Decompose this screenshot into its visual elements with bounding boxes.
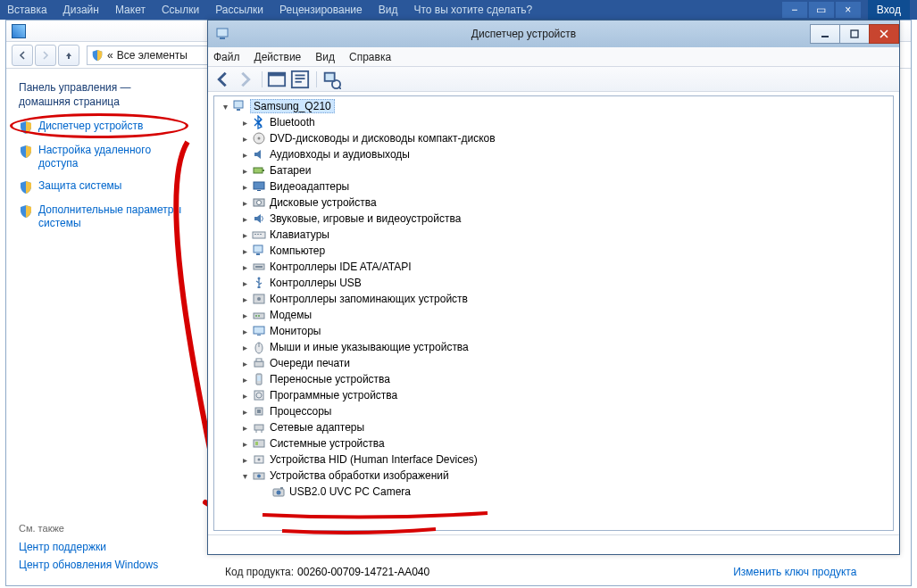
- expand-icon[interactable]: ▸: [239, 261, 250, 272]
- sidebar-link-advanced[interactable]: Дополнительные параметры системы: [19, 203, 189, 230]
- svg-rect-30: [255, 266, 263, 268]
- expand-icon[interactable]: ▸: [239, 277, 250, 288]
- word-ribbon: Вставка Дизайн Макет Ссылки Рассылки Рец…: [0, 0, 917, 20]
- minimize-button[interactable]: [810, 24, 840, 44]
- tree-category[interactable]: ▸Видеоадаптеры: [214, 178, 893, 195]
- expand-icon[interactable]: ▸: [239, 310, 250, 320]
- tree-category[interactable]: ▸Процессоры: [214, 403, 893, 419]
- tree-category[interactable]: ▸Контроллеры запоминающих устройств: [214, 291, 893, 307]
- expand-icon[interactable]: ▸: [239, 358, 250, 369]
- ribbon-tab[interactable]: Дизайн: [63, 4, 99, 16]
- expand-icon[interactable]: ▸: [239, 245, 250, 256]
- shield-icon: [91, 49, 104, 62]
- up-button[interactable]: [58, 45, 79, 66]
- expand-icon[interactable]: ▸: [239, 229, 250, 240]
- sidebar-link-protection[interactable]: Защита системы: [19, 179, 189, 195]
- expand-icon[interactable]: ▸: [239, 165, 250, 176]
- ribbon-tab[interactable]: Макет: [115, 4, 146, 16]
- tb-view-icon[interactable]: [266, 70, 288, 89]
- expand-icon[interactable]: ▸: [239, 374, 250, 385]
- expand-icon[interactable]: ▸: [239, 390, 250, 401]
- audio-icon: [252, 147, 266, 161]
- modem-icon: [252, 308, 266, 322]
- tree-category[interactable]: ▸Компьютер: [214, 243, 893, 259]
- expand-icon[interactable]: ▸: [239, 438, 250, 449]
- tree-category[interactable]: ▸DVD-дисководы и дисководы компакт-диско…: [214, 130, 893, 146]
- keyboard-icon: [252, 228, 266, 242]
- expand-icon[interactable]: ▸: [239, 326, 250, 336]
- tree-category[interactable]: ▸Контроллеры IDE ATA/ATAPI: [214, 259, 893, 275]
- windows-update-link[interactable]: Центр обновления Windows: [19, 559, 189, 571]
- sidebar-link-device-manager[interactable]: Диспетчер устройств: [19, 120, 189, 135]
- expand-icon[interactable]: ▸: [239, 294, 250, 304]
- ribbon-tab[interactable]: Ссылки: [162, 4, 199, 16]
- svg-rect-23: [253, 232, 265, 238]
- collapse-icon[interactable]: ▾: [220, 101, 230, 112]
- ribbon-btn[interactable]: −: [782, 2, 807, 18]
- device-tree[interactable]: ▾Samsung_Q210▸Bluetooth▸DVD-дисководы и …: [213, 95, 894, 531]
- tree-category[interactable]: ▸Системные устройства: [214, 435, 893, 451]
- expand-icon[interactable]: ▸: [239, 422, 250, 433]
- tree-category[interactable]: ▸Дисковые устройства: [214, 195, 893, 211]
- expand-icon[interactable]: ▸: [239, 454, 250, 465]
- tb-properties-icon[interactable]: [289, 70, 311, 89]
- menu-file[interactable]: Файл: [213, 51, 240, 63]
- menu-action[interactable]: Действие: [254, 51, 302, 63]
- tb-back[interactable]: [212, 70, 233, 89]
- dm-titlebar[interactable]: Диспетчер устройств: [208, 21, 899, 47]
- svg-line-12: [338, 87, 341, 89]
- tree-category[interactable]: ▸Очереди печати: [214, 355, 893, 371]
- tb-forward[interactable]: [235, 70, 256, 89]
- tree-category[interactable]: ▸Bluetooth: [214, 114, 893, 130]
- sound-icon: [252, 211, 266, 226]
- tree-category[interactable]: ▸Модемы: [214, 307, 893, 323]
- maximize-button[interactable]: [839, 24, 870, 44]
- computer-icon: [232, 99, 246, 113]
- expand-icon[interactable]: ▸: [239, 133, 250, 144]
- expand-icon[interactable]: ▾: [239, 470, 250, 481]
- expand-icon[interactable]: ▸: [239, 181, 250, 192]
- sidebar-link-remote[interactable]: Настройка удаленного доступа: [19, 144, 189, 170]
- cpu-icon: [252, 404, 266, 418]
- ribbon-tab[interactable]: Вид: [379, 4, 398, 16]
- action-center-link[interactable]: Центр поддержки: [19, 541, 189, 553]
- expand-icon[interactable]: ▸: [239, 406, 250, 417]
- tree-category[interactable]: ▸Мыши и иные указывающие устройства: [214, 339, 893, 355]
- tree-device[interactable]: USB2.0 UVC PC Camera: [214, 484, 893, 500]
- expand-icon[interactable]: ▸: [239, 117, 250, 128]
- close-button[interactable]: [869, 24, 899, 44]
- expand-icon[interactable]: ▸: [239, 149, 250, 160]
- tree-category[interactable]: ▸Аудиовходы и аудиовыходы: [214, 146, 893, 162]
- change-key-link[interactable]: Изменить ключ продукта: [733, 566, 856, 578]
- forward-button[interactable]: [35, 45, 56, 66]
- tree-category[interactable]: ▸Контроллеры USB: [214, 275, 893, 291]
- tree-category[interactable]: ▸Клавиатуры: [214, 227, 893, 243]
- breadcrumb[interactable]: Все элементы: [117, 49, 188, 62]
- expand-icon[interactable]: ▸: [239, 342, 250, 352]
- tree-category[interactable]: ▸Мониторы: [214, 323, 893, 339]
- expand-icon[interactable]: ▸: [239, 197, 250, 208]
- tree-category[interactable]: ▸Переносные устройства: [214, 371, 893, 387]
- ribbon-tellme[interactable]: Что вы хотите сделать?: [413, 4, 532, 16]
- tree-category[interactable]: ▸Сетевые адаптеры: [214, 419, 893, 435]
- product-key-value: 00260-00709-14721-AA040: [297, 566, 429, 578]
- ribbon-tab[interactable]: Рассылки: [215, 4, 263, 16]
- tree-category[interactable]: ▸Батареи: [214, 162, 893, 178]
- tree-category[interactable]: ▸Звуковые, игровые и видеоустройства: [214, 211, 893, 227]
- expand-icon[interactable]: ▸: [239, 213, 250, 224]
- back-button[interactable]: [12, 45, 33, 66]
- menu-view[interactable]: Вид: [315, 51, 335, 63]
- tb-scan-icon[interactable]: [321, 70, 342, 89]
- tree-category[interactable]: ▾Устройства обработки изображений: [214, 468, 893, 484]
- ribbon-btn[interactable]: ×: [836, 2, 861, 18]
- tree-category[interactable]: ▸Программные устройства: [214, 387, 893, 403]
- tree-category[interactable]: ▸Устройства HID (Human Interface Devices…: [214, 451, 893, 468]
- ribbon-tab[interactable]: Вставка: [7, 4, 47, 16]
- sidebar-link-label: Дополнительные параметры системы: [38, 203, 189, 230]
- ribbon-btn[interactable]: ▭: [809, 2, 834, 18]
- monitor-icon: [252, 324, 266, 338]
- tree-root[interactable]: ▾Samsung_Q210: [214, 98, 893, 114]
- login-button[interactable]: Вход: [868, 0, 910, 20]
- menu-help[interactable]: Справка: [349, 51, 391, 63]
- ribbon-tab[interactable]: Рецензирование: [279, 4, 363, 16]
